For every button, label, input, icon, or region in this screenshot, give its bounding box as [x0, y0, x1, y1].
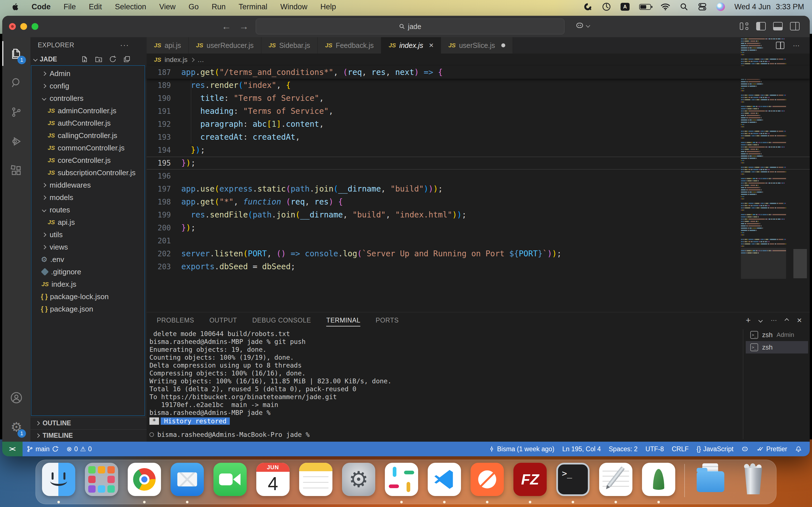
indentation-item[interactable]: Spaces: 2 — [605, 445, 642, 453]
outline-section[interactable]: OUTLINE — [31, 417, 147, 429]
tree-item-routes[interactable]: routes — [31, 204, 145, 216]
code-line-202[interactable]: 202server.listen(PORT, () => console.log… — [147, 247, 810, 260]
new-folder-icon[interactable] — [95, 55, 103, 63]
wifi-icon[interactable] — [661, 2, 670, 11]
language-mode-item[interactable]: {} JavaScript — [693, 445, 738, 453]
settings-gear[interactable]: ⚙ 1 — [2, 412, 31, 442]
account-menu[interactable] — [575, 21, 590, 30]
keyboard-layout-icon[interactable]: A — [620, 3, 629, 11]
dock-item-calendar[interactable]: JUN4 — [256, 463, 290, 504]
menu-item-window[interactable]: Window — [280, 3, 307, 11]
dock-item-finder[interactable] — [42, 463, 76, 504]
accounts-icon[interactable] — [2, 383, 31, 412]
close-icon[interactable]: × — [429, 41, 434, 50]
tree-item-middlewares[interactable]: middlewares — [31, 179, 145, 191]
tree-item-.gitignore[interactable]: .gitignore — [31, 266, 145, 278]
remote-indicator[interactable]: >< — [2, 442, 22, 456]
minimize-window-button[interactable] — [20, 23, 27, 30]
tree-item-authController.js[interactable]: JSauthController.js — [31, 117, 145, 129]
code-line-199[interactable]: 199 res.sendFile(path.join(__dirname, "b… — [147, 209, 810, 221]
refresh-icon[interactable] — [109, 55, 117, 63]
tree-item-views[interactable]: views — [31, 241, 145, 253]
dock-item-settings[interactable]: ⚙ — [342, 463, 376, 504]
dock-item-facetime[interactable] — [213, 463, 247, 504]
code-line-200[interactable]: 200}); — [147, 221, 810, 234]
code-line-192[interactable]: 192 paragraph: abc[1].content, — [147, 118, 810, 131]
code-line-197[interactable]: 197app.use(express.static(path.join(__di… — [147, 182, 810, 195]
problems-item[interactable]: ⊗ 0 ⚠ 0 — [63, 445, 96, 453]
terminal-instance-zsh[interactable]: >_zsh — [746, 341, 808, 353]
dock-item-chrome[interactable] — [127, 463, 161, 504]
panel-tab-output[interactable]: OUTPUT — [209, 313, 237, 328]
menu-item-view[interactable]: View — [159, 3, 175, 11]
tree-item-controllers[interactable]: controllers — [31, 92, 145, 105]
customize-layout-icon[interactable] — [739, 22, 749, 31]
toggle-primary-sidebar-icon[interactable] — [756, 22, 766, 31]
project-section-header[interactable]: JADE — [31, 53, 147, 65]
formatter-item[interactable]: ✓✓ Prettier — [753, 445, 791, 453]
tree-item-adminController.js[interactable]: JSadminController.js — [31, 105, 145, 117]
dock-item-postman[interactable] — [470, 463, 504, 504]
close-window-button[interactable] — [9, 23, 16, 30]
code-line-193[interactable]: 193 createdAt: createdAt, — [147, 131, 810, 144]
code-line-194[interactable]: 194 }); — [147, 144, 810, 157]
menu-item-code[interactable]: Code — [32, 3, 51, 11]
code-line-191[interactable]: 191 heading: "Terms of Service", — [147, 105, 810, 118]
timeline-section[interactable]: TIMELINE — [31, 429, 147, 442]
dock-item-downloads[interactable] — [693, 463, 728, 504]
editor-scrollbar[interactable] — [794, 249, 807, 278]
tree-item-callingController.js[interactable]: JScallingController.js — [31, 129, 145, 142]
code-line-189[interactable]: 189 res.render("index", { — [147, 79, 810, 92]
screen-time-icon[interactable] — [602, 2, 611, 11]
tree-item-.env[interactable]: ⚙.env — [31, 253, 145, 266]
dock-item-vscode[interactable] — [427, 463, 462, 504]
panel-tab-problems[interactable]: PROBLEMS — [157, 313, 194, 328]
code-line-196[interactable]: 196 — [147, 170, 810, 182]
git-branch-item[interactable]: main — [22, 445, 63, 453]
sidebar-item-explorer[interactable]: 1 — [2, 39, 31, 68]
apple-menu-icon[interactable] — [11, 3, 18, 11]
menu-item-file[interactable]: File — [64, 3, 76, 11]
sidebar-item-search[interactable] — [2, 68, 31, 98]
collapse-all-icon[interactable] — [123, 55, 131, 63]
copilot-status-item[interactable] — [737, 445, 753, 453]
tab-Sidebar.js[interactable]: JSSidebar.js — [261, 37, 318, 54]
nav-back-icon[interactable]: ← — [221, 21, 231, 32]
commit-info-item[interactable]: Bisma (1 week ago) — [485, 445, 558, 453]
cursor-position-item[interactable]: Ln 195, Col 4 — [558, 445, 605, 453]
new-terminal-icon[interactable]: + — [746, 316, 751, 325]
terminal-dropdown-icon[interactable] — [758, 318, 763, 323]
dock-item-launchpad[interactable] — [84, 463, 119, 504]
dock-item-mail[interactable] — [170, 463, 204, 504]
dock-item-slack[interactable] — [384, 463, 419, 504]
menu-item-edit[interactable]: Edit — [89, 3, 102, 11]
dock-item-trash[interactable] — [736, 463, 770, 504]
breadcrumb[interactable]: JS index.js … — [147, 54, 810, 66]
tab-userReducer.js[interactable]: JSuserReducer.js — [189, 37, 261, 54]
menu-item-go[interactable]: Go — [189, 3, 199, 11]
new-file-icon[interactable] — [81, 55, 89, 63]
code-line-190[interactable]: 190 title: "Terms of Service", — [147, 92, 810, 105]
siri-icon[interactable] — [716, 3, 725, 11]
zoom-window-button[interactable] — [32, 23, 38, 30]
minimap-slider[interactable] — [741, 248, 786, 279]
maximize-panel-icon[interactable] — [784, 318, 789, 323]
tree-item-package.json[interactable]: { }package.json — [31, 303, 145, 315]
panel-tab-debug-console[interactable]: DEBUG CONSOLE — [252, 313, 311, 328]
code-line-198[interactable]: 198app.get("*", function (req, res) { — [147, 195, 810, 209]
encoding-item[interactable]: UTF-8 — [642, 445, 668, 453]
editor-more-actions-icon[interactable]: ··· — [793, 41, 800, 49]
tree-item-commonController.js[interactable]: JScommonController.js — [31, 142, 145, 154]
explorer-more-actions-icon[interactable]: ··· — [120, 41, 129, 50]
sidebar-item-extensions[interactable] — [2, 156, 31, 185]
menu-item-help[interactable]: Help — [320, 3, 336, 11]
tree-item-api.js[interactable]: JSapi.js — [31, 216, 145, 228]
menu-bar-clock[interactable]: Wed 4 Jun 3:33 PM — [734, 3, 804, 11]
app-alert-icon[interactable] — [584, 2, 592, 11]
nav-forward-icon[interactable]: → — [239, 21, 249, 32]
toggle-panel-icon[interactable] — [773, 22, 783, 31]
code-line-203[interactable]: 203exports.dbSeed = dbSeed; — [147, 260, 810, 273]
tab-userSlice.js[interactable]: JSuserSlice.js — [441, 37, 513, 54]
sidebar-item-run-debug[interactable] — [2, 127, 31, 156]
title-bar[interactable]: ← → jade — [2, 16, 810, 37]
